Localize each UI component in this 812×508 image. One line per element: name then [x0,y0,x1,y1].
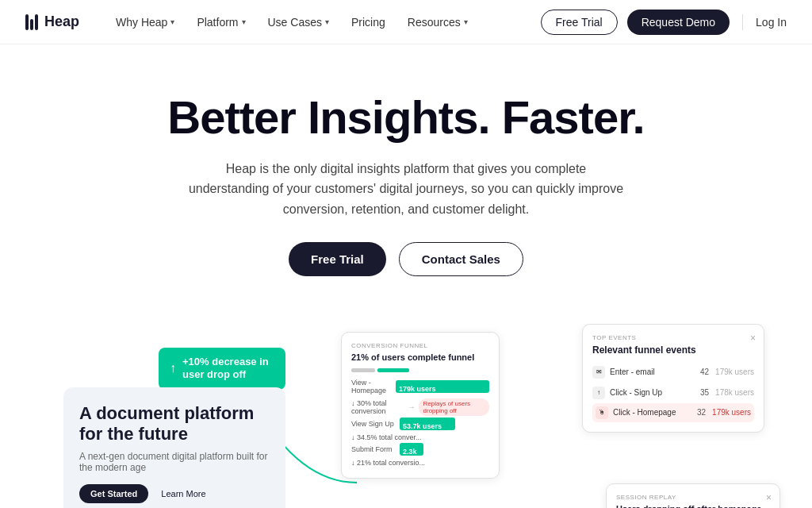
funnel-bar-value-1: 179k users [396,385,436,393]
chevron-icon: ▾ [170,17,174,26]
funnel-label: CONVERSION FUNNEL [351,342,489,349]
left-card-title: A document platform for the future [79,403,270,445]
chevron-icon: ▾ [242,17,246,26]
event-num-2: 35 [700,388,709,397]
funnel-bar-row-3: Submit Form 2.3k users [351,443,489,456]
logo-bar-2 [30,19,33,30]
nav-resources[interactable]: Resources ▾ [396,10,479,35]
chevron-icon: ▾ [325,17,329,26]
top-events-card: × TOP EVENTS Relevant funnel events ✉ En… [582,324,764,433]
event-row-1: ✉ Enter - email 42 179k users [592,362,754,383]
logo[interactable]: Heap [25,13,79,30]
event-users-3: 179k users [712,408,751,417]
hero-subtitle: Heap is the only digital insights platfo… [184,159,628,220]
funnel-bar-row-2: View Sign Up 53.7k users [351,418,489,430]
funnel-card: CONVERSION FUNNEL 21% of users complete … [341,332,500,479]
badge-arrow-icon: ↑ [170,360,176,377]
hero-free-trial-button[interactable]: Free Trial [289,242,386,276]
nav-pricing[interactable]: Pricing [340,10,396,35]
nav-request-demo-button[interactable]: Request Demo [627,10,730,35]
get-started-button[interactable]: Get Started [79,484,148,503]
logo-bar-1 [25,14,29,30]
event-num-3: 32 [697,408,706,417]
event-name-2: Click - Sign Up [610,388,700,397]
event-name-1: Enter - email [610,368,700,376]
funnel-bar-row-1: View -Homepage 179k users [351,379,489,396]
left-card-buttons: Get Started Learn More [79,484,270,503]
logo-text: Heap [44,13,79,30]
nav-use-cases[interactable]: Use Cases ▾ [257,10,340,35]
hero-contact-sales-button[interactable]: Contact Sales [399,242,523,276]
logo-bar-3 [35,14,38,30]
nav-platform[interactable]: Platform ▾ [186,10,256,35]
nav-links: Why Heap ▾ Platform ▾ Use Cases ▾ Pricin… [105,10,479,35]
session-label: SESSION REPLAY [616,494,770,501]
hero-section: Better Insights. Faster. Heap is the onl… [0,44,812,324]
nav-login-button[interactable]: Log In [756,16,787,29]
top-events-label: TOP EVENTS [592,334,754,341]
session-replay-card: × SESSION REPLAY Users dropping off afte… [606,483,780,508]
chevron-icon: ▾ [464,17,468,26]
event-name-3: Click - Homepage [613,408,697,417]
left-card-subtitle: A next-gen document digital platform bui… [79,451,270,473]
event-icon-homepage: 🖱 [596,406,608,419]
funnel-bar-label-2: View Sign Up [351,420,395,429]
funnel-bar-2: 53.7k users [400,418,455,430]
conversion-row-2: ↓ 34.5% total conver... [351,433,489,441]
funnel-title: 21% of users complete funnel [351,352,489,362]
logo-icon [25,14,38,30]
badge-text: +10% decrease in user drop off [182,356,274,383]
hero-title: Better Insights. Faster. [25,92,787,143]
green-badge: ↑ +10% decrease in user drop off [159,348,285,391]
funnel-bar-1: 179k users [396,380,489,393]
left-doc-card: A document platform for the future A nex… [63,387,285,508]
session-close-icon[interactable]: × [766,492,772,503]
close-icon[interactable]: × [750,333,756,344]
event-users-1: 179k users [715,368,754,376]
hero-buttons: Free Trial Contact Sales [25,242,787,276]
event-row-3: 🖱 Click - Homepage 32 179k users [592,403,754,422]
top-events-title: Relevant funnel events [592,344,754,356]
event-num-1: 42 [700,368,709,376]
event-row-2: ↑ Click - Sign Up 35 178k users [592,383,754,403]
conversion-text-1: ↓ 30% total conversion [351,399,405,415]
replay-badge: Replays of users dropping off [419,398,489,416]
event-icon-signup: ↑ [592,387,605,399]
learn-more-button[interactable]: Learn More [155,484,212,503]
dashboard-area: ↑ +10% decrease in user drop off A docum… [0,324,812,508]
conversion-row-3: ↓ 21% total conversio... [351,459,489,467]
navbar: Heap Why Heap ▾ Platform ▾ Use Cases ▾ P… [0,0,812,44]
funnel-bar-label-3: Submit Form [351,445,395,454]
session-title: Users dropping off after homepage [616,504,770,508]
nav-free-trial-button[interactable]: Free Trial [541,10,618,35]
event-users-2: 178k users [715,388,754,397]
nav-why-heap[interactable]: Why Heap ▾ [105,10,186,35]
conversion-text-3: ↓ 21% total conversio... [351,459,425,467]
conversion-row-1: ↓ 30% total conversion → Replays of user… [351,398,489,416]
event-icon-email: ✉ [592,366,605,379]
funnel-bar-label-1: View -Homepage [351,379,391,396]
funnel-bar-value-2: 53.7k users [400,422,442,430]
nav-right: Free Trial Request Demo Log In [541,10,787,35]
nav-left: Heap Why Heap ▾ Platform ▾ Use Cases ▾ P… [25,10,479,35]
funnel-bar-3: 2.3k users [400,443,423,456]
conversion-text-2: ↓ 34.5% total conver... [351,433,422,441]
nav-divider [742,14,743,30]
